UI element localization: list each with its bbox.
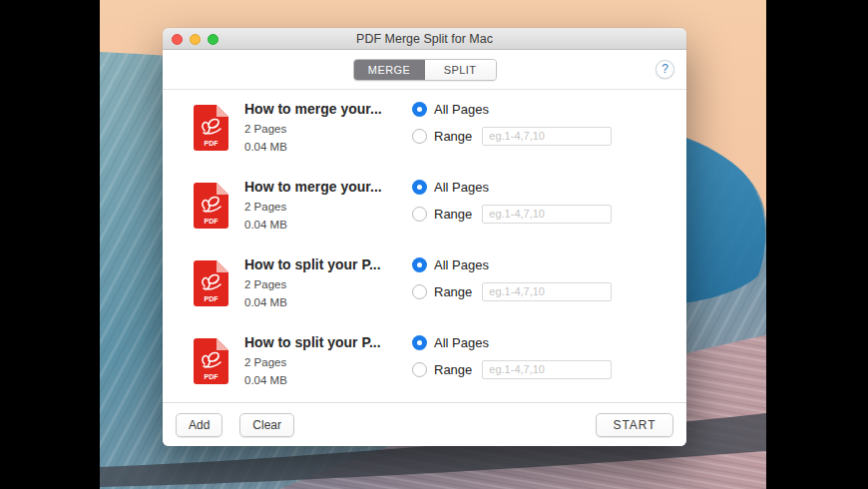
range-label[interactable]: Range [434,207,472,222]
range-radio[interactable] [412,207,427,222]
range-radio[interactable] [412,129,427,144]
file-info: How to merge your... 2 Pages 0.04 MB [244,101,404,159]
tab-split[interactable]: SPLIT [425,60,496,80]
merge-split-segmented-control: MERGE SPLIT [353,59,497,81]
file-size: 0.04 MB [244,219,404,231]
add-button[interactable]: Add [176,413,222,437]
file-row: PDF How to split your P... 2 Pages 0.04 … [163,323,686,401]
file-page-count: 2 Pages [244,278,404,290]
range-input[interactable] [482,282,612,301]
tab-merge[interactable]: MERGE [354,60,425,80]
traffic-lights [172,34,218,45]
range-label[interactable]: Range [434,362,472,377]
window-titlebar[interactable]: PDF Merge Split for Mac [163,28,686,50]
svg-text:PDF: PDF [205,218,219,225]
file-info: How to merge your... 2 Pages 0.04 MB [244,179,404,237]
pdf-file-icon: PDF [193,105,229,155]
file-info: How to split your P... 2 Pages 0.04 MB [244,334,404,392]
start-button[interactable]: START [596,413,673,437]
file-size: 0.04 MB [244,374,404,386]
file-page-count: 2 Pages [244,201,404,213]
page-options: All Pages Range [412,99,612,153]
all-pages-radio[interactable] [412,257,427,272]
help-button[interactable]: ? [655,60,674,79]
range-input[interactable] [482,360,612,379]
file-row: PDF How to merge your... 2 Pages 0.04 MB… [163,90,686,168]
file-info: How to split your P... 2 Pages 0.04 MB [244,256,404,314]
pdf-file-icon: PDF [193,338,229,388]
page-options: All Pages Range [412,254,612,308]
file-size: 0.04 MB [244,296,404,308]
all-pages-label[interactable]: All Pages [434,180,489,195]
file-row: PDF How to merge your... 2 Pages 0.04 MB… [163,168,686,245]
all-pages-label[interactable]: All Pages [434,102,489,117]
all-pages-radio[interactable] [412,180,427,195]
file-page-count: 2 Pages [244,356,404,368]
range-label[interactable]: Range [434,129,472,144]
file-row: PDF How to split your P... 2 Pages 0.04 … [163,245,686,323]
close-button[interactable] [172,34,183,45]
file-list: PDF How to merge your... 2 Pages 0.04 MB… [163,90,686,402]
file-title: How to split your P... [244,334,404,350]
file-size: 0.04 MB [244,141,404,153]
app-header: MERGE SPLIT ? [163,50,686,90]
minimize-button[interactable] [190,34,201,45]
all-pages-label[interactable]: All Pages [434,257,489,272]
pdf-file-icon: PDF [193,183,229,233]
range-label[interactable]: Range [434,284,472,299]
app-window: PDF Merge Split for Mac MERGE SPLIT ? PD… [163,28,686,446]
range-radio[interactable] [412,362,427,377]
all-pages-radio[interactable] [412,102,427,117]
app-footer: Add Clear START [163,402,686,446]
zoom-button[interactable] [208,34,218,45]
page-options: All Pages Range [412,332,612,386]
all-pages-radio[interactable] [412,335,427,350]
file-title: How to merge your... [244,101,404,117]
svg-text:PDF: PDF [205,295,219,302]
pdf-file-icon: PDF [193,260,229,310]
clear-button[interactable]: Clear [239,413,294,437]
svg-text:PDF: PDF [205,373,219,380]
file-title: How to split your P... [244,256,404,272]
svg-text:PDF: PDF [205,140,219,147]
range-radio[interactable] [412,284,427,299]
all-pages-label[interactable]: All Pages [434,335,489,350]
range-input[interactable] [482,127,612,146]
window-title: PDF Merge Split for Mac [356,32,493,46]
question-mark-icon: ? [661,62,668,76]
file-page-count: 2 Pages [244,123,404,135]
page-options: All Pages Range [412,177,612,231]
range-input[interactable] [482,205,612,224]
file-title: How to merge your... [244,179,404,195]
